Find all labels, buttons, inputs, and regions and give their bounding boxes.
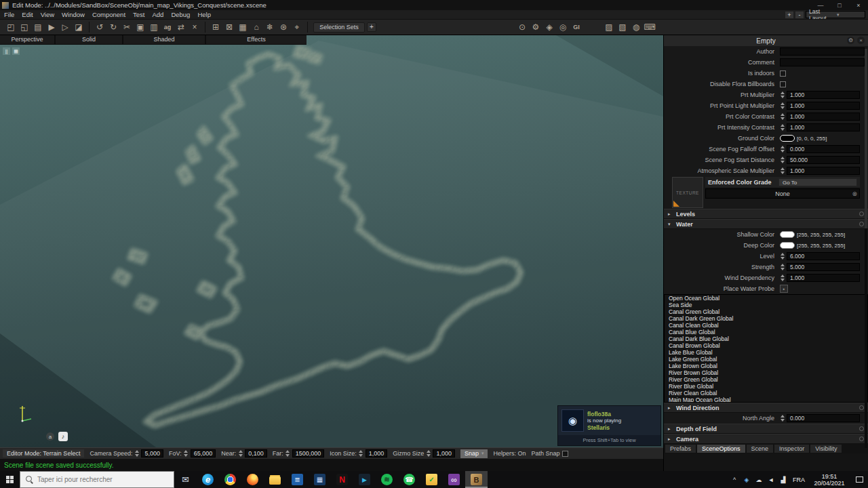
taskbar-app-office-document[interactable]: ▦ bbox=[309, 471, 331, 488]
water-preset-item[interactable]: River Clean Global bbox=[665, 390, 867, 396]
section-wind-direction[interactable]: ▸ Wind Direction bbox=[664, 403, 868, 413]
physics-icon[interactable]: ⊛ bbox=[277, 21, 290, 34]
taskbar-app-edge[interactable]: e bbox=[197, 471, 219, 488]
water-preset-item[interactable]: Lake Blue Global bbox=[665, 349, 867, 356]
prt-point-light-multiplier-spinner[interactable] bbox=[780, 102, 785, 109]
hidden-icons-chevron[interactable]: ^ bbox=[728, 476, 741, 483]
is-indoors-checkbox[interactable] bbox=[780, 70, 786, 77]
tab-inspector[interactable]: Inspector bbox=[774, 445, 809, 453]
menu-help[interactable]: Help bbox=[197, 11, 211, 18]
play-icon[interactable]: ▶ bbox=[45, 21, 58, 34]
play-window-icon[interactable]: ▷ bbox=[58, 21, 72, 34]
volume-icon[interactable]: ◄ bbox=[765, 476, 777, 483]
panel-close-icon[interactable]: × bbox=[857, 37, 865, 44]
north-angle-value[interactable]: 0.000 bbox=[787, 414, 860, 422]
start-button[interactable] bbox=[0, 471, 20, 488]
gizmo-size-spinner[interactable] bbox=[426, 450, 431, 457]
menu-view[interactable]: View bbox=[41, 11, 54, 18]
cut-icon[interactable]: ✂ bbox=[120, 21, 134, 34]
water-strength-spinner[interactable] bbox=[780, 264, 785, 270]
near-value[interactable]: 0,100 bbox=[245, 449, 267, 458]
mirror-icon[interactable]: ⇄ bbox=[174, 21, 188, 34]
taskbar-app-prime-video[interactable]: ▶ bbox=[353, 471, 376, 488]
water-preset-item[interactable]: River Green Global bbox=[665, 376, 867, 383]
taskbar-app-mail[interactable]: ✉ bbox=[174, 471, 197, 488]
water-preset-item[interactable]: Lake Green Global bbox=[665, 356, 867, 363]
close-button[interactable]: × bbox=[849, 0, 868, 10]
taskbar-app-netflix[interactable]: N bbox=[331, 471, 353, 488]
menu-file[interactable]: File bbox=[4, 11, 14, 18]
viewport[interactable]: Perspective Solid Shaded Effects || ▦ a … bbox=[0, 35, 663, 447]
add-selection-set-button[interactable]: + bbox=[367, 22, 376, 32]
selection-sets-dropdown[interactable]: Selection Sets bbox=[313, 22, 365, 33]
water-level-spinner[interactable] bbox=[780, 253, 785, 260]
language-indicator[interactable]: FRA bbox=[789, 476, 808, 483]
taskbar-clock[interactable]: 19:51 20/04/2021 bbox=[808, 473, 850, 487]
water-preset-list[interactable]: Open Ocean Global Sea Side Canal Green G… bbox=[664, 294, 868, 403]
hotkeys-icon[interactable]: ⌨ bbox=[643, 21, 656, 34]
redo-icon[interactable]: ↻ bbox=[106, 21, 120, 34]
water-preset-item[interactable]: Open Ocean Global bbox=[665, 295, 867, 302]
atmospheric-scale-multiplier-spinner[interactable] bbox=[780, 167, 785, 174]
camera-speed-value[interactable]: 5,000 bbox=[141, 449, 163, 458]
water-preset-item[interactable]: Lake Brown Global bbox=[665, 363, 867, 369]
paint-terrain-icon[interactable]: ▨ bbox=[602, 21, 616, 34]
open-scene-icon[interactable]: ▤ bbox=[31, 21, 45, 34]
taskbar-app-whatsapp[interactable]: ☎ bbox=[398, 471, 420, 488]
water-preset-item[interactable]: Canal Brown Global bbox=[665, 342, 867, 349]
texture-thumbnail[interactable]: TEXTURE bbox=[672, 177, 703, 208]
taskbar-search[interactable] bbox=[20, 471, 174, 488]
add-entity-icon[interactable]: ⊞ bbox=[209, 21, 222, 34]
water-preset-item[interactable]: Sea Side bbox=[665, 302, 867, 308]
section-depth-of-field[interactable]: ▸ Depth of Field bbox=[664, 424, 868, 434]
remove-layout-button[interactable]: - bbox=[795, 12, 804, 18]
far-value[interactable]: 1500,000 bbox=[292, 449, 325, 458]
visibility-icon[interactable]: ◎ bbox=[556, 21, 570, 34]
prt-multiplier-value[interactable]: 1.000 bbox=[787, 91, 860, 99]
menu-test[interactable]: Test bbox=[133, 11, 144, 18]
paste-icon[interactable]: ▥ bbox=[147, 21, 161, 34]
water-strength-value[interactable]: 5.000 bbox=[787, 263, 860, 271]
enforced-color-grade-select[interactable]: None ⊗ bbox=[705, 188, 860, 199]
menu-debug[interactable]: Debug bbox=[171, 11, 190, 18]
author-field[interactable] bbox=[780, 47, 865, 56]
clear-icon[interactable]: ⊗ bbox=[852, 190, 857, 197]
section-camera[interactable]: ▸ Camera bbox=[664, 434, 868, 444]
deep-color-swatch[interactable] bbox=[780, 242, 795, 249]
panel-scrollbar[interactable] bbox=[865, 49, 867, 448]
shallow-color-swatch[interactable] bbox=[780, 231, 795, 238]
remove-entity-icon[interactable]: ⊠ bbox=[222, 21, 236, 34]
tab-scene[interactable]: Scene bbox=[747, 445, 774, 453]
water-preset-item[interactable]: River Brown Global bbox=[665, 369, 867, 376]
north-angle-spinner[interactable] bbox=[780, 415, 785, 422]
menu-add[interactable]: Add bbox=[152, 11, 163, 18]
terrain-map[interactable] bbox=[0, 35, 663, 447]
atmospheric-scale-multiplier-value[interactable]: 1.000 bbox=[787, 167, 860, 175]
water-preset-item[interactable]: Canal Green Global bbox=[665, 308, 867, 315]
paint-flora-icon[interactable]: ▧ bbox=[616, 21, 629, 34]
water-preset-item[interactable]: Canal Dark Green Global bbox=[665, 315, 867, 322]
viewport-tab-shaded[interactable]: Shaded bbox=[123, 35, 205, 44]
taskbar-app-firefox[interactable] bbox=[241, 471, 264, 488]
prt-point-light-multiplier-value[interactable]: 1.000 bbox=[787, 102, 860, 110]
tray-app-icon[interactable]: ◈ bbox=[741, 476, 753, 483]
split-view-icon[interactable]: || bbox=[3, 47, 10, 55]
find-entity-icon[interactable]: ⊙ bbox=[515, 21, 529, 34]
sound-toggle-icon[interactable]: ♪ bbox=[58, 432, 68, 441]
icon-size-value[interactable]: 1,000 bbox=[366, 449, 388, 458]
building-icon[interactable]: ⌂ bbox=[250, 21, 263, 34]
prt-intensity-contrast-spinner[interactable] bbox=[780, 124, 785, 131]
viewport-tab-solid[interactable]: Solid bbox=[56, 35, 122, 44]
network-icon[interactable]: ▟ bbox=[777, 476, 789, 483]
taskbar-app-chrome[interactable] bbox=[219, 471, 241, 488]
disable-flora-billboards-checkbox[interactable] bbox=[780, 81, 786, 87]
water-preset-item[interactable]: Canal Blue Global bbox=[665, 329, 867, 336]
camera-speed-spinner[interactable] bbox=[134, 450, 139, 457]
clapper-icon[interactable]: ◪ bbox=[72, 21, 85, 34]
scene-fog-falloff-offset-spinner[interactable] bbox=[780, 146, 785, 152]
gi-bake-icon[interactable]: GI bbox=[570, 21, 583, 34]
target-icon[interactable]: ⌖ bbox=[290, 21, 304, 34]
taskbar-app-folder-sync[interactable]: ✓ bbox=[420, 471, 443, 488]
scene-fog-start-distance-value[interactable]: 50.000 bbox=[787, 156, 860, 164]
comment-field[interactable] bbox=[780, 58, 865, 66]
